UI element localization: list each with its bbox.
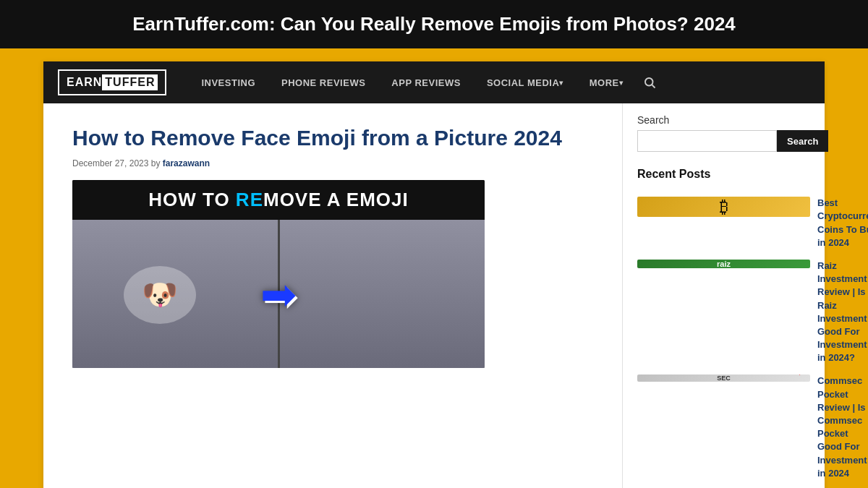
sidebar: Search Search Recent Posts ₿ Best Crypto…	[622, 103, 825, 488]
article-meta: December 27, 2023 by farazawann	[72, 158, 600, 168]
re-text: RE	[236, 189, 263, 210]
post-thumbnail-crypto: ₿	[637, 197, 810, 217]
nav-item-more[interactable]: More	[576, 61, 637, 103]
page-title-bar: EarnTuffer.com: Can You Really Remove Em…	[0, 0, 868, 48]
nav-item-investing[interactable]: INVESTING	[188, 61, 268, 103]
nav-links: INVESTING PHONE REVIEWS APP REVIEWS SOCI…	[188, 61, 810, 103]
nav-item-social-media[interactable]: SOCIAL MEDIA	[474, 61, 576, 103]
move-text: MOVE A EMOJI	[263, 189, 409, 210]
content-area: How to Remove Face Emoji from a Picture …	[43, 103, 825, 488]
page-title: EarnTuffer.com: Can You Really Remove Em…	[132, 13, 736, 35]
search-row: Search	[637, 130, 810, 152]
recent-post-item: raiz Raiz Investment Review | Is Raiz In…	[637, 260, 810, 365]
post-title-3[interactable]: Commsec Pocket Review | Is Commsec Pocke…	[817, 374, 867, 480]
article-left-photo: 🐶	[72, 220, 280, 368]
emoji-overlay: 🐶	[124, 266, 196, 324]
post-thumbnail-raiz: raiz	[637, 260, 810, 268]
article-image-banner: HOW TO REMOVE A EMOJI	[72, 180, 485, 220]
recent-post-item: SEC ↗ Commsec Pocket Review | Is Commsec…	[637, 374, 810, 480]
article-image-text: HOW TO REMOVE A EMOJI	[148, 189, 409, 211]
site-container: EARN TUFFER INVESTING PHONE REVIEWS APP …	[43, 61, 825, 488]
site-logo[interactable]: EARN TUFFER	[58, 69, 166, 95]
logo-earn: EARN	[67, 76, 102, 89]
post-title-1[interactable]: Best Cryptocurrency Coins To Buy in 2024	[817, 197, 868, 249]
article-by: by	[151, 158, 161, 168]
search-label: Search	[637, 114, 810, 126]
recent-post-item: ₿ Best Cryptocurrency Coins To Buy in 20…	[637, 197, 810, 249]
arrow-icon: ➡	[260, 269, 297, 320]
person-silhouette-right	[280, 220, 485, 368]
logo-tuffer: TUFFER	[102, 74, 158, 90]
post-thumbnail-commsec: SEC ↗	[637, 374, 810, 382]
article-author[interactable]: farazawann	[163, 158, 210, 168]
red-arrow-icon: ↗	[797, 374, 807, 378]
main-wrapper: EARN TUFFER INVESTING PHONE REVIEWS APP …	[0, 48, 868, 488]
article-date: December 27, 2023	[72, 158, 148, 168]
how-to-text: HOW TO	[148, 189, 236, 210]
article-main: How to Remove Face Emoji from a Picture …	[43, 103, 622, 488]
search-icon[interactable]	[643, 76, 656, 89]
article-title: How to Remove Face Emoji from a Picture …	[72, 125, 600, 151]
navbar: EARN TUFFER INVESTING PHONE REVIEWS APP …	[43, 61, 825, 103]
svg-line-1	[652, 85, 655, 88]
article-photo-area: 🐶 ➡	[72, 220, 485, 368]
svg-point-0	[645, 78, 653, 86]
search-input[interactable]	[637, 130, 777, 152]
post-title-2[interactable]: Raiz Investment Review | Is Raiz Investm…	[817, 260, 867, 365]
search-button[interactable]: Search	[777, 130, 828, 152]
nav-item-app-reviews[interactable]: APP REVIEWS	[378, 61, 474, 103]
recent-posts-title: Recent Posts	[637, 168, 810, 187]
article-image: HOW TO REMOVE A EMOJI 🐶 ➡	[72, 180, 485, 368]
nav-item-phone-reviews[interactable]: PHONE REVIEWS	[268, 61, 378, 103]
article-right-photo	[280, 220, 485, 368]
